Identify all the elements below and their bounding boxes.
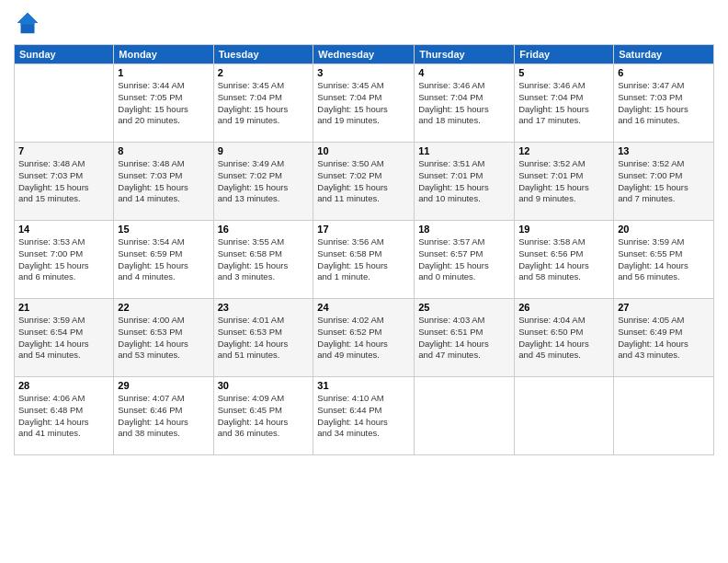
day-info: Sunrise: 4:10 AM Sunset: 6:44 PM Dayligh… [317, 393, 410, 440]
day-number: 20 [618, 224, 710, 235]
week-row-3: 14Sunrise: 3:53 AM Sunset: 7:00 PM Dayli… [15, 221, 714, 299]
day-number: 10 [317, 145, 410, 156]
calendar-cell: 5Sunrise: 3:46 AM Sunset: 7:04 PM Daylig… [515, 64, 614, 143]
week-row-5: 28Sunrise: 4:06 AM Sunset: 6:48 PM Dayli… [15, 377, 714, 455]
day-info: Sunrise: 3:49 AM Sunset: 7:02 PM Dayligh… [218, 158, 310, 205]
calendar-cell: 27Sunrise: 4:05 AM Sunset: 6:49 PM Dayli… [614, 299, 714, 377]
header [14, 9, 714, 37]
day-number: 19 [518, 224, 609, 235]
day-number: 1 [118, 67, 209, 78]
day-number: 30 [218, 380, 310, 391]
calendar-cell: 4Sunrise: 3:46 AM Sunset: 7:04 PM Daylig… [415, 64, 515, 143]
calendar-table: SundayMondayTuesdayWednesdayThursdayFrid… [14, 44, 714, 455]
weekday-header-sunday: Sunday [15, 45, 114, 64]
day-info: Sunrise: 3:53 AM Sunset: 7:00 PM Dayligh… [18, 236, 109, 283]
day-info: Sunrise: 3:55 AM Sunset: 6:58 PM Dayligh… [218, 236, 310, 283]
day-number: 16 [218, 224, 310, 235]
weekday-header-wednesday: Wednesday [313, 45, 415, 64]
calendar-cell: 28Sunrise: 4:06 AM Sunset: 6:48 PM Dayli… [15, 377, 114, 455]
calendar-cell: 19Sunrise: 3:58 AM Sunset: 6:56 PM Dayli… [515, 221, 614, 299]
day-number: 6 [618, 67, 710, 78]
calendar-cell: 24Sunrise: 4:02 AM Sunset: 6:52 PM Dayli… [313, 299, 415, 377]
calendar-cell: 8Sunrise: 3:48 AM Sunset: 7:03 PM Daylig… [114, 143, 213, 221]
day-info: Sunrise: 3:56 AM Sunset: 6:58 PM Dayligh… [317, 236, 410, 283]
calendar-cell: 7Sunrise: 3:48 AM Sunset: 7:03 PM Daylig… [15, 143, 114, 221]
calendar-cell: 20Sunrise: 3:59 AM Sunset: 6:55 PM Dayli… [614, 221, 714, 299]
day-number: 31 [317, 380, 410, 391]
calendar-cell: 2Sunrise: 3:45 AM Sunset: 7:04 PM Daylig… [213, 64, 313, 143]
day-info: Sunrise: 3:48 AM Sunset: 7:03 PM Dayligh… [118, 158, 209, 205]
day-info: Sunrise: 3:45 AM Sunset: 7:04 PM Dayligh… [218, 80, 310, 127]
day-number: 28 [18, 380, 109, 391]
day-number: 4 [418, 67, 510, 78]
day-number: 26 [518, 302, 609, 313]
calendar-cell: 22Sunrise: 4:00 AM Sunset: 6:53 PM Dayli… [114, 299, 213, 377]
day-number: 22 [118, 302, 209, 313]
calendar-cell: 14Sunrise: 3:53 AM Sunset: 7:00 PM Dayli… [15, 221, 114, 299]
day-info: Sunrise: 4:01 AM Sunset: 6:53 PM Dayligh… [218, 315, 310, 362]
day-info: Sunrise: 3:59 AM Sunset: 6:54 PM Dayligh… [18, 315, 109, 362]
calendar-cell: 9Sunrise: 3:49 AM Sunset: 7:02 PM Daylig… [213, 143, 313, 221]
svg-marker-1 [17, 13, 39, 25]
calendar-cell: 11Sunrise: 3:51 AM Sunset: 7:01 PM Dayli… [415, 143, 515, 221]
day-info: Sunrise: 4:03 AM Sunset: 6:51 PM Dayligh… [418, 315, 510, 362]
weekday-header-saturday: Saturday [614, 45, 714, 64]
logo-icon [14, 9, 41, 37]
calendar-cell [15, 64, 114, 143]
calendar-cell: 26Sunrise: 4:04 AM Sunset: 6:50 PM Dayli… [515, 299, 614, 377]
day-number: 14 [18, 224, 109, 235]
day-info: Sunrise: 3:48 AM Sunset: 7:03 PM Dayligh… [18, 158, 109, 205]
day-number: 17 [317, 224, 410, 235]
calendar-cell: 12Sunrise: 3:52 AM Sunset: 7:01 PM Dayli… [515, 143, 614, 221]
day-number: 5 [518, 67, 609, 78]
day-info: Sunrise: 3:45 AM Sunset: 7:04 PM Dayligh… [317, 80, 410, 127]
day-info: Sunrise: 3:52 AM Sunset: 7:00 PM Dayligh… [618, 158, 710, 205]
weekday-header-thursday: Thursday [415, 45, 515, 64]
day-info: Sunrise: 4:09 AM Sunset: 6:45 PM Dayligh… [218, 393, 310, 440]
day-info: Sunrise: 3:57 AM Sunset: 6:57 PM Dayligh… [418, 236, 510, 283]
calendar-cell: 18Sunrise: 3:57 AM Sunset: 6:57 PM Dayli… [415, 221, 515, 299]
calendar-cell [614, 377, 714, 455]
calendar-cell: 25Sunrise: 4:03 AM Sunset: 6:51 PM Dayli… [415, 299, 515, 377]
day-info: Sunrise: 4:06 AM Sunset: 6:48 PM Dayligh… [18, 393, 109, 440]
day-number: 29 [118, 380, 209, 391]
calendar-cell: 3Sunrise: 3:45 AM Sunset: 7:04 PM Daylig… [313, 64, 415, 143]
day-info: Sunrise: 4:05 AM Sunset: 6:49 PM Dayligh… [618, 315, 710, 362]
day-number: 7 [18, 145, 109, 156]
week-row-1: 1Sunrise: 3:44 AM Sunset: 7:05 PM Daylig… [15, 64, 714, 143]
day-number: 2 [218, 67, 310, 78]
day-number: 24 [317, 302, 410, 313]
weekday-header-tuesday: Tuesday [213, 45, 313, 64]
day-info: Sunrise: 4:07 AM Sunset: 6:46 PM Dayligh… [118, 393, 209, 440]
day-info: Sunrise: 3:54 AM Sunset: 6:59 PM Dayligh… [118, 236, 209, 283]
day-info: Sunrise: 3:58 AM Sunset: 6:56 PM Dayligh… [518, 236, 609, 283]
calendar-cell: 29Sunrise: 4:07 AM Sunset: 6:46 PM Dayli… [114, 377, 213, 455]
day-info: Sunrise: 3:46 AM Sunset: 7:04 PM Dayligh… [418, 80, 510, 127]
day-info: Sunrise: 4:02 AM Sunset: 6:52 PM Dayligh… [317, 315, 410, 362]
calendar-cell: 23Sunrise: 4:01 AM Sunset: 6:53 PM Dayli… [213, 299, 313, 377]
day-number: 27 [618, 302, 710, 313]
day-number: 9 [218, 145, 310, 156]
day-info: Sunrise: 3:47 AM Sunset: 7:03 PM Dayligh… [618, 80, 710, 127]
day-info: Sunrise: 3:44 AM Sunset: 7:05 PM Dayligh… [118, 80, 209, 127]
day-info: Sunrise: 3:50 AM Sunset: 7:02 PM Dayligh… [317, 158, 410, 205]
day-number: 15 [118, 224, 209, 235]
day-number: 25 [418, 302, 510, 313]
day-info: Sunrise: 3:59 AM Sunset: 6:55 PM Dayligh… [618, 236, 710, 283]
calendar-cell: 16Sunrise: 3:55 AM Sunset: 6:58 PM Dayli… [213, 221, 313, 299]
calendar-cell: 21Sunrise: 3:59 AM Sunset: 6:54 PM Dayli… [15, 299, 114, 377]
week-row-2: 7Sunrise: 3:48 AM Sunset: 7:03 PM Daylig… [15, 143, 714, 221]
day-info: Sunrise: 4:04 AM Sunset: 6:50 PM Dayligh… [518, 315, 609, 362]
day-number: 11 [418, 145, 510, 156]
day-number: 8 [118, 145, 209, 156]
day-number: 12 [518, 145, 609, 156]
day-info: Sunrise: 3:46 AM Sunset: 7:04 PM Dayligh… [518, 80, 609, 127]
weekday-header-monday: Monday [114, 45, 213, 64]
day-number: 23 [218, 302, 310, 313]
day-number: 13 [618, 145, 710, 156]
day-number: 21 [18, 302, 109, 313]
calendar-cell: 31Sunrise: 4:10 AM Sunset: 6:44 PM Dayli… [313, 377, 415, 455]
day-info: Sunrise: 3:52 AM Sunset: 7:01 PM Dayligh… [518, 158, 609, 205]
day-number: 18 [418, 224, 510, 235]
calendar-cell: 30Sunrise: 4:09 AM Sunset: 6:45 PM Dayli… [213, 377, 313, 455]
